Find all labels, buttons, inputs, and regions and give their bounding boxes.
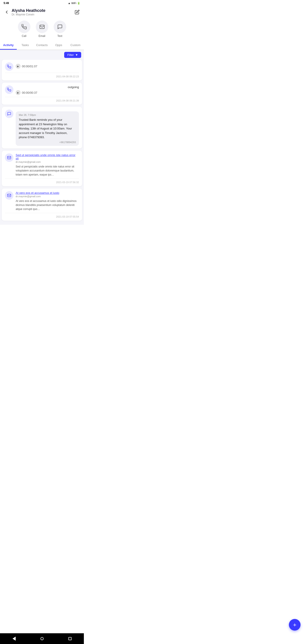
email-info-2: At vero eos et accusamus et iusto dr.may… [16, 191, 79, 211]
action-buttons: Call Email Text [0, 18, 84, 41]
play-button-2[interactable]: ▶ [16, 90, 20, 95]
activity-content: Filter ▼ ▶ 00:00/01:07 2021-04-08 09:22:… [0, 50, 84, 225]
email-preview-1: Sed ut perspiciatis unde omnis iste natu… [16, 164, 79, 177]
text-icon [54, 20, 66, 33]
call-timestamp-1: 2021-04-08 09:22:23 [5, 75, 79, 78]
call-duration-row-2: ▶ 00:00/00:37 [16, 90, 79, 95]
call-direction-2: outgoing [16, 86, 79, 89]
header: Alysha Heathcote Dr. Maymie Corwin [0, 6, 84, 18]
email-icon [36, 20, 48, 33]
message-sender-1: +96178894293 [19, 141, 76, 144]
sms-activity-1: Mar 28, 7:58pm Trusted Bank reminds you … [2, 107, 82, 148]
email-subject-2[interactable]: At vero eos et accusamus et iusto [16, 191, 79, 194]
tab-contacts[interactable]: Contacts [34, 41, 50, 50]
contact-name: Alysha Heathcote [12, 8, 73, 13]
email-info-1: Sed ut perspiciatis unde omnis iste natu… [16, 154, 79, 177]
email-subject-1[interactable]: Sed ut perspiciatis unde omnis iste natu… [16, 154, 79, 160]
email-timestamp-1: 2021-03-19 07:56:32 [5, 181, 79, 184]
call-label: Call [22, 34, 26, 38]
call-activity-2: outgoing ▶ 00:00/00:37 2021-04-08 09:21:… [2, 83, 82, 105]
email-preview-2: At vero eos et accusamus et iusto odio d… [16, 199, 79, 211]
svg-rect-0 [40, 25, 44, 28]
status-time: 5:49 [4, 2, 9, 5]
email-activity-icon-1 [5, 154, 14, 162]
email-timestamp-2: 2021-03-19 07:55:54 [5, 215, 79, 218]
call-activity-1: ▶ 00:00/01:07 2021-04-08 09:22:23 [2, 60, 82, 80]
email-from-1: dr.maymie@gmail.com [16, 160, 79, 163]
svg-rect-1 [8, 156, 11, 159]
signal-icon: ▲ [68, 2, 70, 4]
call-activity-icon-2 [5, 86, 14, 94]
email-action-button[interactable]: Email [36, 20, 48, 38]
contact-subtitle: Dr. Maymie Corwin [12, 13, 73, 16]
call-action-button[interactable]: Call [18, 20, 30, 38]
wifi-icon: WiFi [71, 2, 76, 4]
play-button-1[interactable]: ▶ [16, 64, 20, 69]
edit-button[interactable] [73, 8, 81, 16]
svg-rect-2 [8, 194, 11, 197]
header-title-area: Alysha Heathcote Dr. Maymie Corwin [11, 8, 73, 16]
sms-activity-icon-1 [5, 110, 14, 118]
call-activity-icon-1 [5, 62, 14, 71]
email-activity-icon-2 [5, 191, 14, 200]
tab-tasks[interactable]: Tasks [17, 41, 34, 50]
filter-row: Filter ▼ [2, 52, 82, 58]
email-label: Email [38, 34, 45, 38]
email-activity-1[interactable]: Sed ut perspiciatis unde omnis iste natu… [2, 151, 82, 186]
call-duration-row-1: ▶ 00:00/01:07 [16, 64, 79, 69]
filter-button[interactable]: Filter ▼ [64, 52, 81, 58]
call-timestamp-2: 2021-04-08 09:21:39 [5, 99, 79, 102]
call-duration-1: 00:00/01:07 [22, 64, 37, 68]
call-info-2: outgoing ▶ 00:00/00:37 [16, 86, 79, 95]
message-time-1: Mar 28, 7:58pm [19, 114, 76, 116]
call-icon [18, 20, 30, 33]
tab-bar: Activity Tasks Contacts Opps Custom [0, 41, 84, 50]
message-bubble-1: Mar 28, 7:58pm Trusted Bank reminds you … [16, 111, 79, 146]
message-text-1: Trusted Bank reminds you of your appoint… [19, 118, 76, 140]
tab-activity[interactable]: Activity [0, 41, 17, 50]
email-activity-2[interactable]: At vero eos et accusamus et iusto dr.may… [2, 188, 82, 221]
text-action-button[interactable]: Text [54, 20, 66, 38]
text-label: Text [57, 34, 62, 38]
battery-icon: 🔋 [77, 2, 80, 5]
email-from-2: dr.maymie@gmail.com [16, 195, 79, 198]
filter-label: Filter [67, 53, 74, 56]
call-duration-2: 00:00/00:37 [22, 91, 37, 94]
tab-opps[interactable]: Opps [50, 41, 67, 50]
back-button[interactable] [3, 8, 11, 16]
sms-info-1: Mar 28, 7:58pm Trusted Bank reminds you … [16, 110, 79, 146]
status-icons: ▲ WiFi 🔋 [68, 2, 80, 5]
call-info-1: ▶ 00:00/01:07 [16, 62, 79, 69]
tab-custom[interactable]: Custom [67, 41, 84, 50]
filter-icon: ▼ [75, 53, 78, 56]
status-bar: 5:49 ▲ WiFi 🔋 [0, 0, 84, 6]
